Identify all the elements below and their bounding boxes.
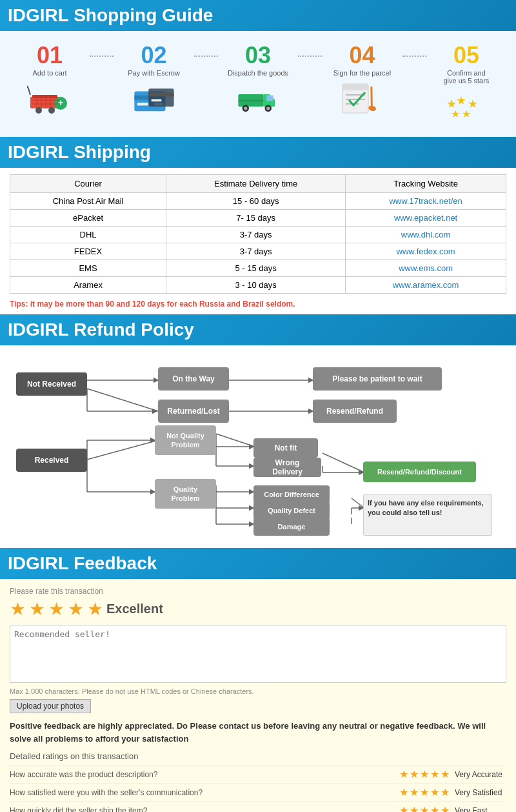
svg-line-63 (322, 453, 364, 472)
svg-line-47 (87, 440, 158, 460)
check-icon (339, 81, 384, 116)
flow-diagram: Not Received (10, 353, 506, 540)
card-icon (132, 81, 177, 116)
col-delivery: Estimate Delivery time (166, 175, 346, 193)
not-quality-box: Not Quality Problem (155, 425, 216, 455)
quality-defect-box: Quality Defect (253, 502, 330, 520)
step-4: 04 Sign for the parcel (322, 44, 402, 116)
star-4: ★ (68, 598, 84, 620)
svg-text:★: ★ (462, 108, 471, 119)
rating-rows-container: How accurate was the product description… (10, 765, 506, 812)
detailed-ratings-label: Detailed ratings on this transaction (10, 751, 506, 761)
col-tracking: Tracking Website (346, 175, 506, 193)
please-wait-box: Please be patient to wait (313, 367, 442, 391)
svg-rect-18 (148, 88, 174, 107)
star-5: ★ (87, 598, 103, 620)
feedback-header: IDGIRL Feedback (0, 548, 516, 579)
svg-line-5 (27, 86, 28, 88)
rating-row: How quickly did the seller ship the item… (10, 801, 506, 812)
star-3: ★ (48, 598, 64, 620)
not-fit-box: Not fit (253, 438, 318, 458)
step-3: 03 Dispatch the goods (218, 44, 298, 116)
excellent-label: Excellent (106, 602, 163, 616)
svg-line-66 (352, 498, 364, 508)
stars-rating-row: ★ ★ ★ ★ ★ Excellent (10, 598, 506, 620)
step-1-label: Add to cart (32, 69, 66, 77)
svg-line-42 (87, 389, 158, 411)
step-2-label: Pay with Escrow (128, 69, 180, 77)
shipping-table: Courier Estimate Delivery time Tracking … (10, 174, 506, 294)
received-box: Received (16, 449, 87, 472)
upload-button[interactable]: Upload your photos (10, 699, 91, 713)
stars-icon: ★ ★ ★ ★ ★ (444, 88, 489, 124)
if-requirements-box: If you have any else requirements, you c… (363, 494, 492, 536)
svg-line-4 (28, 88, 30, 95)
svg-rect-28 (238, 100, 263, 102)
step-4-label: Sign for the parcel (333, 69, 391, 77)
positive-feedback-text: Positive feedback are highly appreciated… (10, 720, 506, 745)
color-diff-box: Color Difference (253, 485, 330, 503)
rating-row: How satisfied were you with the seller's… (10, 783, 506, 801)
step-1-number: 01 (37, 44, 63, 67)
svg-point-3 (48, 107, 55, 114)
star-1: ★ (10, 598, 26, 620)
cart-icon: + (27, 81, 72, 116)
shipping-content: Courier Estimate Delivery time Tracking … (0, 168, 516, 314)
resend-discount-box: Resend/Refund/Discount (363, 462, 476, 482)
svg-point-27 (266, 107, 270, 110)
shopping-guide-header: IDGIRL Shopping Guide (0, 0, 516, 31)
wrong-delivery-box: Wrong Delivery (253, 458, 321, 477)
feedback-textarea[interactable] (10, 625, 506, 683)
quality-problem-box: Quality Problem (155, 479, 216, 509)
step-5-label: Confirm and give us 5 stars (441, 69, 492, 85)
svg-text:+: + (58, 97, 63, 108)
step-5: 05 Confirm and give us 5 stars ★ ★ ★ ★ ★ (426, 44, 506, 124)
damage-box: Damage (253, 518, 330, 536)
rating-row: How accurate was the product description… (10, 765, 506, 783)
svg-text:★: ★ (451, 108, 460, 119)
returned-lost-box: Returned/Lost (158, 400, 229, 423)
svg-rect-16 (137, 103, 148, 105)
step-3-number: 03 (245, 44, 271, 67)
step-1: 01 Add to cart + (10, 44, 90, 116)
svg-rect-23 (266, 96, 273, 101)
rate-label: Please rate this transaction (10, 587, 506, 596)
shipping-tips: Tips: it may be more than 90 and 120 day… (10, 297, 506, 311)
on-the-way-box: On the Way (158, 367, 229, 391)
svg-point-25 (244, 107, 247, 110)
svg-rect-1 (32, 95, 57, 98)
shopping-guide-content: 01 Add to cart + (0, 31, 516, 137)
svg-rect-30 (342, 84, 368, 90)
refund-content: Not Received (0, 345, 516, 548)
svg-rect-19 (148, 92, 174, 96)
step-4-number: 04 (349, 44, 375, 67)
star-2: ★ (29, 598, 45, 620)
svg-point-35 (368, 105, 377, 112)
max-chars-text: Max 1,000 characters. Please do not use … (10, 687, 506, 695)
step-2: 02 Pay with Escrow (114, 44, 194, 116)
step-2-number: 02 (141, 44, 167, 67)
shipping-header: IDGIRL Shipping (0, 137, 516, 168)
steps-row: 01 Add to cart + (10, 41, 506, 127)
svg-line-52 (216, 434, 255, 447)
resend-refund-box: Resend/Refund (313, 400, 397, 423)
svg-text:★: ★ (456, 94, 466, 107)
step-5-number: 05 (453, 44, 479, 67)
step-3-label: Dispatch the goods (228, 69, 288, 77)
col-courier: Courier (10, 175, 166, 193)
svg-rect-20 (151, 99, 161, 102)
feedback-content: Please rate this transaction ★ ★ ★ ★ ★ E… (0, 579, 516, 812)
refund-header: IDGIRL Refund Policy (0, 314, 516, 345)
truck-icon (235, 81, 281, 116)
